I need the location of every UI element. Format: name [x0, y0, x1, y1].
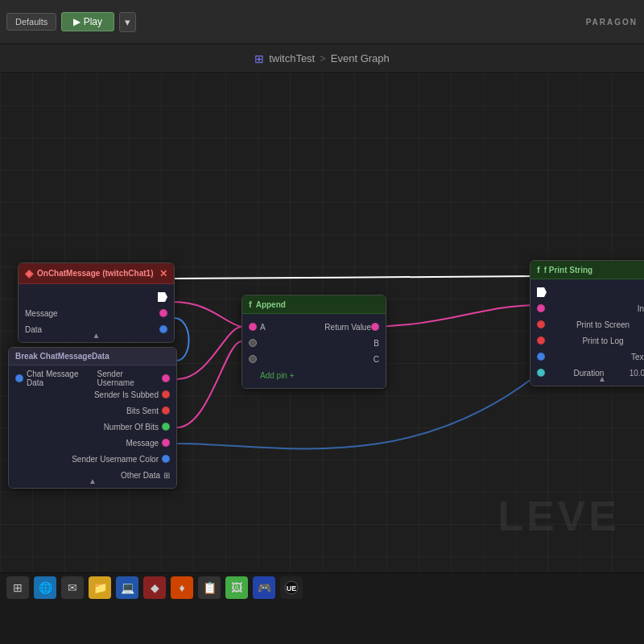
taskbar-diamond-icon[interactable]: ◆: [143, 576, 166, 599]
svg-text:UE: UE: [287, 584, 297, 592]
break-chatdata-row: Chat Message Data Sender Username: [9, 370, 176, 386]
break-subbed-pin[interactable]: [162, 390, 170, 398]
append-c-label: C: [374, 355, 379, 364]
canvas-watermark: LEVE: [497, 492, 620, 540]
dropdown-button[interactable]: ▾: [119, 12, 136, 32]
break-bitssent-row: Bits Sent: [9, 402, 176, 419]
print-tolog-row: Print to Log ✓: [530, 332, 644, 349]
append-a-row: A Return Value: [242, 319, 386, 335]
break-senderusername-pin[interactable]: [162, 374, 170, 382]
onchat-header: ◈ OnChatMessage (twitchChat1) ✕: [19, 263, 174, 284]
break-numofbits-row: Number Of Bits: [9, 419, 176, 435]
taskbar: ⊞ 🌐 ✉ 📁 💻 ◆ ♦ 📋 🖼 🎮 UE: [0, 572, 644, 602]
defaults-button[interactable]: Defaults: [6, 13, 56, 31]
onchat-close-icon[interactable]: ✕: [159, 268, 167, 279]
onchat-title: OnChatMessage (twitchChat1): [37, 269, 153, 278]
append-b-row: B: [242, 335, 386, 351]
taskbar-start-icon[interactable]: ⊞: [6, 576, 29, 599]
break-message-pin[interactable]: [162, 439, 170, 447]
break-bitssent-label: Bits Sent: [126, 407, 159, 415]
node-break[interactable]: Break ChatMessageData Chat Message Data …: [8, 347, 177, 489]
blueprint-canvas[interactable]: ◈ OnChatMessage (twitchChat1) ✕ Message …: [0, 73, 644, 572]
break-numofbits-pin[interactable]: [162, 423, 170, 431]
append-b-pin[interactable]: [249, 339, 257, 347]
ue4-logo-icon: UE: [284, 580, 299, 595]
onchat-collapse[interactable]: ▲: [93, 331, 101, 340]
print-toscreen-row: Print to Screen ✓: [530, 316, 644, 332]
taskbar-mail-icon[interactable]: ✉: [61, 576, 84, 599]
print-instring-label: In String: [638, 304, 644, 313]
onchat-icon: ◈: [25, 267, 33, 279]
append-title: Append: [256, 300, 286, 309]
onchat-exec-out-pin[interactable]: [158, 292, 167, 302]
break-bitssent-pin[interactable]: [162, 407, 170, 415]
breadcrumb-separator: >: [320, 52, 326, 64]
breadcrumb-bar: ⊞ twitchTest > Event Graph: [0, 44, 644, 73]
node-append[interactable]: f Append A Return Value B C Add pin +: [242, 295, 386, 389]
break-subbed-label: Sender Is Subbed: [94, 390, 159, 399]
print-textcolor-pin[interactable]: [537, 353, 545, 361]
taskbar-ue4-icon[interactable]: UE: [280, 576, 303, 599]
append-returnval-pin[interactable]: [371, 323, 379, 331]
break-otherdata-icon: ⊞: [163, 471, 170, 480]
append-returnval-label: Return Value: [324, 323, 371, 332]
break-chatdata-label: Chat Message Data: [27, 369, 97, 387]
taskbar-image-icon[interactable]: 🖼: [225, 576, 248, 599]
print-exec-in-pin[interactable]: [537, 287, 547, 297]
onchat-data-label: Data: [25, 325, 42, 334]
onchat-exec-row: [19, 289, 174, 305]
append-func-icon: f: [249, 299, 252, 309]
break-body: Chat Message Data Sender Username Sender…: [9, 365, 176, 488]
print-textcolor-row: Text Color: [530, 349, 644, 365]
taskbar-clipboard-icon[interactable]: 📋: [198, 576, 221, 599]
append-body: A Return Value B C Add pin +: [242, 314, 386, 388]
append-c-pin[interactable]: [249, 355, 257, 363]
append-header: f Append: [242, 295, 386, 314]
onchat-message-pin[interactable]: [159, 309, 167, 317]
logo: PARAGON: [586, 18, 638, 27]
taskbar-folder-icon[interactable]: 📁: [89, 576, 111, 599]
taskbar-code-icon[interactable]: 💻: [116, 576, 138, 599]
break-collapse[interactable]: ▲: [89, 477, 97, 485]
break-input-pin[interactable]: [15, 374, 23, 382]
print-body: In String Print to Screen ✓ Print to Log…: [530, 279, 644, 386]
append-b-label: B: [374, 339, 379, 348]
break-senderusername-label: Sender Username: [97, 369, 162, 387]
append-c-row: C: [242, 351, 386, 367]
taskbar-gem-icon[interactable]: ♦: [171, 576, 193, 599]
break-subbed-row: Sender Is Subbed: [9, 386, 176, 402]
onchat-message-label: Message: [25, 309, 58, 318]
onchat-data-pin[interactable]: [159, 325, 167, 333]
break-sendercolor-row: Sender Username Color: [9, 451, 176, 467]
taskbar-game-icon[interactable]: 🎮: [253, 576, 275, 599]
print-tolog-label: Print to Log: [582, 336, 623, 345]
print-duration-pin[interactable]: [537, 369, 545, 377]
print-collapse[interactable]: ▲: [598, 374, 606, 383]
graph-icon: ⊞: [254, 52, 264, 65]
append-a-pin[interactable]: [249, 323, 257, 331]
print-instring-pin[interactable]: [537, 304, 545, 312]
print-tolog-pin[interactable]: [537, 336, 545, 345]
print-toscreen-pin[interactable]: [537, 320, 545, 328]
node-print[interactable]: f f Print String In String Print to Scre…: [530, 260, 644, 386]
break-sendercolor-pin[interactable]: [162, 455, 170, 463]
print-func-icon: f: [537, 265, 540, 275]
node-onchat[interactable]: ◈ OnChatMessage (twitchChat1) ✕ Message …: [18, 262, 175, 343]
append-addpin-row: Add pin +: [242, 367, 386, 383]
print-instring-row: In String: [530, 300, 644, 316]
print-toscreen-label: Print to Screen: [576, 320, 630, 329]
onchat-message-row: Message: [19, 305, 174, 321]
print-title: f Print String: [544, 266, 593, 275]
print-textcolor-label: Text Color: [631, 353, 644, 361]
append-addpin-label[interactable]: Add pin +: [260, 371, 295, 380]
break-numofbits-label: Number Of Bits: [104, 423, 159, 431]
break-message-label: Message: [126, 439, 159, 448]
taskbar-browser-icon[interactable]: 🌐: [34, 576, 56, 599]
breadcrumb-graph[interactable]: Event Graph: [331, 52, 390, 64]
print-header: f f Print String: [530, 261, 644, 279]
breadcrumb-project[interactable]: twitchTest: [269, 52, 315, 64]
append-a-label: A: [260, 323, 266, 332]
break-header: Break ChatMessageData: [9, 348, 176, 365]
play-button[interactable]: ▶ Play: [61, 12, 114, 31]
print-exec-row: [530, 284, 644, 300]
